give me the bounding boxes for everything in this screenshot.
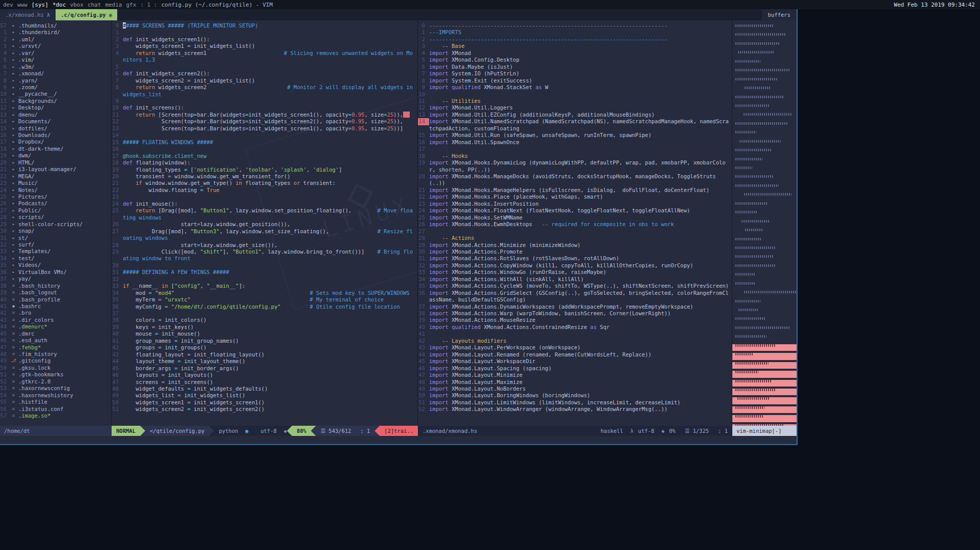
code-line[interactable]: 2---------------------------------------… [418,36,732,43]
code-line[interactable]: 0---------------------------------------… [418,22,732,29]
tree-item[interactable]: 22▸MEGA/ [0,173,111,180]
code-line[interactable]: 4import XMonad [418,50,732,57]
code-line[interactable]: 39import XMonad.Actions.MouseResize [418,317,732,323]
code-line[interactable]: 43import XMonad.Layout.PerWorkspace (onW… [418,344,732,351]
tree-item[interactable]: 14▸Documents/ [0,118,111,125]
tree-item[interactable]: 6▸.w3m/ [0,64,111,70]
editor-xmonad-hs[interactable]: 0---------------------------------------… [418,20,732,426]
tree-item[interactable]: 1▸.thunderbird/ [0,29,111,36]
code-line[interactable]: 11 -- Utilities [418,98,732,104]
code-line[interactable]: 40 mouse = init_mouse() [112,331,417,337]
tree-item[interactable]: 34▸test/ [0,255,111,262]
code-line[interactable]: 38 colors = init_colors() [112,317,417,323]
tree-item[interactable]: 30▸snap/ [0,228,111,234]
code-line[interactable]: 40import qualified XMonad.Actions.Constr… [418,324,732,331]
code-line[interactable]: 27 Drag([mod], "Button3", lazy.window.se… [112,228,417,242]
code-line[interactable]: 0##### SCREENS ##### (TRIPLE MONITOR SET… [112,22,417,29]
tree-item[interactable]: 54≡.haxornewshistory [0,392,111,399]
code-line[interactable]: 46 layouts = init_layouts() [112,372,417,378]
code-line[interactable]: 14 [112,132,417,139]
code-line[interactable]: 50import XMonad.Layout.BoringWindows (bo… [418,392,732,399]
editor-config-py[interactable]: 0##### SCREENS ##### (TRIPLE MONITOR SET… [112,20,417,426]
minimap[interactable]: ~~~~~~~ [732,20,797,426]
tree-item[interactable]: 48≡.fim_history [0,351,111,358]
code-line[interactable]: 25 return [Drag([mod], "Button1", lazy.w… [112,207,417,221]
tree-item[interactable]: 26▸Podcasts/ [0,200,111,207]
code-line[interactable]: 25import XMonad.Hooks.SetWMName [418,214,732,221]
tree-item[interactable]: 27▸Public/ [0,207,111,214]
tree-item[interactable]: 47≡.fehbg* [0,344,111,351]
tab-config-py[interactable]: .c/q/config.py◉ [56,9,117,20]
tree-item[interactable]: 9▸.zoom/ [0,84,111,91]
code-line[interactable]: 37 [112,310,417,317]
tree-item[interactable]: 51≡.gtk-bookmarks [0,371,111,378]
tree-item[interactable]: 20▸HTML/ [0,159,111,166]
code-line[interactable]: 34 mod = "mod4" # Sets mod key to SUPER/… [112,290,417,296]
code-line[interactable]: 22import XMonad.Hooks.Place (placeHook, … [418,194,732,200]
code-line[interactable]: 45 border_args = init_border_args() [112,365,417,372]
tree-item[interactable]: 43≡.dir_colors [0,317,111,323]
code-line[interactable]: 21 if window.window.get_wm_type() in flo… [112,180,417,186]
tree-item[interactable]: 37▸yay/ [0,276,111,282]
code-line[interactable]: 15import XMonad.Util.Run (safeSpawn, uns… [418,132,732,139]
workspace-tag[interactable]: chat [88,2,101,8]
code-line[interactable]: 12import XMonad.Util.Loggers [418,104,732,111]
code-line[interactable]: 8import System.Exit (exitSuccess) [418,77,732,84]
code-line[interactable]: 3 widgets_screen1 = init_widgets_list() [112,43,417,49]
code-line[interactable]: 52import XMonad.Layout.WindowArranger (w… [418,406,732,413]
code-line[interactable]: 31import XMonad.Actions.RotSlaves (rotSl… [418,255,732,262]
code-line[interactable]: 16 [112,146,417,152]
code-line[interactable]: 6import Data.Maybe (isJust) [418,64,732,70]
tree-item[interactable]: 28▸scripts/ [0,214,111,221]
code-line[interactable]: 12 Screen(top=bar.Bar(widgets=init_widge… [112,118,417,125]
tree-item[interactable]: 32▸surf/ [0,241,111,248]
code-line[interactable]: 42 -- Layouts modifiers [418,338,732,344]
tree-item[interactable]: 31▸st/ [0,235,111,241]
code-line[interactable]: 13 Screen(top=bar.Bar(widgets=init_widge… [112,125,417,132]
code-line[interactable]: 17@hook.subscribe.client_new [112,153,417,159]
code-line[interactable]: 37import XMonad.Actions.DynamicWorkspace… [418,304,732,310]
tree-item[interactable]: 11▸Backgrounds/ [0,98,111,104]
code-line[interactable]: 21import XMonad.Hooks.ManageHelpers (isF… [418,187,732,194]
tree-item[interactable]: 36▸VirtualBox VMs/ [0,269,111,276]
tab-xmonad-hs[interactable]: .x/xmonad.hsλ [0,9,55,20]
code-line[interactable]: 5 [112,64,417,70]
tree-item[interactable]: 33▸Templates/ [0,248,111,255]
code-line[interactable]: 47 screens = init_screens() [112,379,417,386]
code-line[interactable]: 50 widgets_screen1 = init_widgets_screen… [112,399,417,406]
code-line[interactable]: 33import XMonad.Actions.WindowGo (runOrR… [418,269,732,276]
code-line[interactable]: 7 widgets_screen2 = init_widgets_list() [112,77,417,84]
tree-item[interactable]: 57≡.image.so* [0,413,111,419]
tree-item[interactable]: 24▸Notes/ [0,187,111,194]
code-line[interactable]: 23import XMonad.Hooks.InsertPosition [418,201,732,207]
code-line[interactable]: 24import XMonad.Hooks.FloatNext (floatNe… [418,207,732,214]
tree-item[interactable]: 39≡.bash_logout [0,289,111,296]
code-line[interactable]: 10def init_screens(): [112,104,417,111]
tree-item[interactable]: 5▸.vim/ [0,57,111,63]
tree-item[interactable]: 49⎇.gitconfig [0,358,111,364]
tree-item[interactable]: 7▸.xmonad/ [0,70,111,77]
tree-item[interactable]: 4▸.var/ [0,50,111,57]
code-line[interactable]: 13import XMonad.Util.EZConfig (additiona… [418,112,732,118]
code-line[interactable]: 16import XMonad.Util.SpawnOnce [418,139,732,146]
code-line[interactable]: 10 [418,91,732,98]
code-line[interactable]: 6def init_widgets_screen2(): [112,70,417,77]
tree-item[interactable]: 23▸Music/ [0,180,111,186]
tree-item[interactable]: 45≡.dmrc [0,331,111,337]
code-line[interactable]: 34import XMonad.Actions.WithAll (sinkAll… [418,276,732,283]
code-line[interactable]: 19import XMonad.Hooks.DynamicLog (dynami… [418,159,732,173]
code-line[interactable]: 49import XMonad.Layout.NoBorders [418,386,732,392]
code-line[interactable]: 8 return widgets_screen2 # Monitor 2 wil… [112,84,417,98]
code-line[interactable]: 1 [112,29,417,36]
tree-item[interactable]: 29▸shell-color-scripts/ [0,221,111,228]
code-line[interactable]: 46import XMonad.Layout.Spacing (spacing) [418,365,732,372]
code-line[interactable]: 1---IMPORTS [418,29,732,36]
tree-item[interactable]: 12▸Desktop/ [0,104,111,111]
tree-item[interactable]: 35▸Videos/ [0,262,111,268]
code-line[interactable]: 18 -- Hooks [418,153,732,159]
code-line[interactable]: 5import XMonad.Config.Desktop [418,57,732,63]
tree-item[interactable]: 38≡.bash_history [0,283,111,289]
code-line[interactable]: 36import XMonad.Actions.GridSelect (GSCo… [418,290,732,304]
workspace-tag[interactable]: www [17,2,28,8]
code-line[interactable]: 41 group_names = init_group_names() [112,338,417,344]
